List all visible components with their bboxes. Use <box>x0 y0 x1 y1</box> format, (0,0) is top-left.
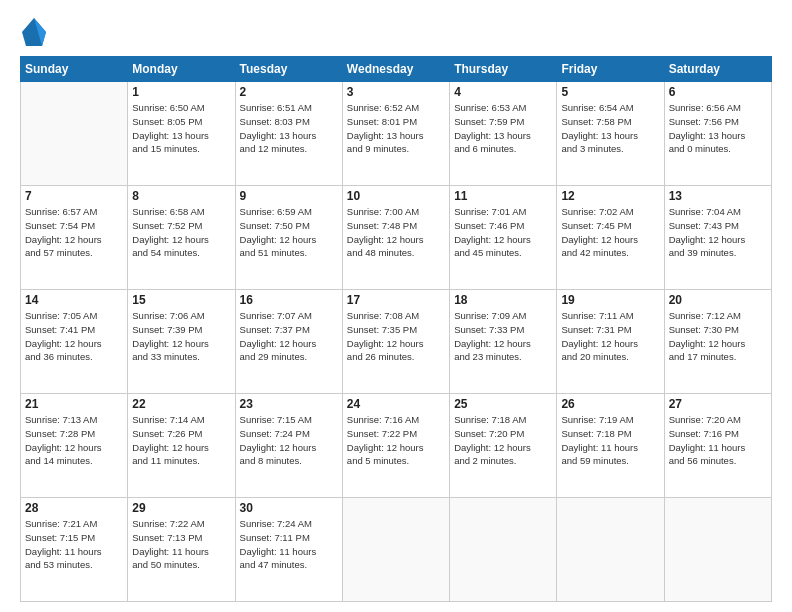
day-info: Sunrise: 6:52 AMSunset: 8:01 PMDaylight:… <box>347 101 445 156</box>
weekday-friday: Friday <box>557 57 664 82</box>
calendar-cell: 3Sunrise: 6:52 AMSunset: 8:01 PMDaylight… <box>342 82 449 186</box>
day-info: Sunrise: 7:24 AMSunset: 7:11 PMDaylight:… <box>240 517 338 572</box>
weekday-header-row: SundayMondayTuesdayWednesdayThursdayFrid… <box>21 57 772 82</box>
day-info: Sunrise: 7:02 AMSunset: 7:45 PMDaylight:… <box>561 205 659 260</box>
day-info: Sunrise: 7:06 AMSunset: 7:39 PMDaylight:… <box>132 309 230 364</box>
day-number: 8 <box>132 189 230 203</box>
calendar-cell <box>557 498 664 602</box>
calendar-cell: 18Sunrise: 7:09 AMSunset: 7:33 PMDayligh… <box>450 290 557 394</box>
calendar-cell: 4Sunrise: 6:53 AMSunset: 7:59 PMDaylight… <box>450 82 557 186</box>
logo <box>20 18 46 46</box>
day-number: 22 <box>132 397 230 411</box>
day-info: Sunrise: 7:08 AMSunset: 7:35 PMDaylight:… <box>347 309 445 364</box>
day-number: 19 <box>561 293 659 307</box>
day-number: 26 <box>561 397 659 411</box>
calendar-cell: 9Sunrise: 6:59 AMSunset: 7:50 PMDaylight… <box>235 186 342 290</box>
week-row-1: 7Sunrise: 6:57 AMSunset: 7:54 PMDaylight… <box>21 186 772 290</box>
calendar-cell: 24Sunrise: 7:16 AMSunset: 7:22 PMDayligh… <box>342 394 449 498</box>
day-number: 21 <box>25 397 123 411</box>
calendar-cell: 14Sunrise: 7:05 AMSunset: 7:41 PMDayligh… <box>21 290 128 394</box>
calendar-cell: 16Sunrise: 7:07 AMSunset: 7:37 PMDayligh… <box>235 290 342 394</box>
day-info: Sunrise: 7:20 AMSunset: 7:16 PMDaylight:… <box>669 413 767 468</box>
day-number: 27 <box>669 397 767 411</box>
calendar-cell: 20Sunrise: 7:12 AMSunset: 7:30 PMDayligh… <box>664 290 771 394</box>
day-info: Sunrise: 7:01 AMSunset: 7:46 PMDaylight:… <box>454 205 552 260</box>
calendar-cell: 11Sunrise: 7:01 AMSunset: 7:46 PMDayligh… <box>450 186 557 290</box>
weekday-wednesday: Wednesday <box>342 57 449 82</box>
calendar-cell: 15Sunrise: 7:06 AMSunset: 7:39 PMDayligh… <box>128 290 235 394</box>
day-number: 28 <box>25 501 123 515</box>
day-info: Sunrise: 6:53 AMSunset: 7:59 PMDaylight:… <box>454 101 552 156</box>
day-info: Sunrise: 7:04 AMSunset: 7:43 PMDaylight:… <box>669 205 767 260</box>
day-info: Sunrise: 6:57 AMSunset: 7:54 PMDaylight:… <box>25 205 123 260</box>
calendar-cell: 1Sunrise: 6:50 AMSunset: 8:05 PMDaylight… <box>128 82 235 186</box>
calendar-cell: 23Sunrise: 7:15 AMSunset: 7:24 PMDayligh… <box>235 394 342 498</box>
calendar-cell: 2Sunrise: 6:51 AMSunset: 8:03 PMDaylight… <box>235 82 342 186</box>
day-number: 20 <box>669 293 767 307</box>
calendar-cell: 17Sunrise: 7:08 AMSunset: 7:35 PMDayligh… <box>342 290 449 394</box>
calendar-cell: 22Sunrise: 7:14 AMSunset: 7:26 PMDayligh… <box>128 394 235 498</box>
calendar-cell <box>664 498 771 602</box>
day-number: 11 <box>454 189 552 203</box>
calendar-cell <box>21 82 128 186</box>
calendar-cell: 8Sunrise: 6:58 AMSunset: 7:52 PMDaylight… <box>128 186 235 290</box>
day-info: Sunrise: 6:59 AMSunset: 7:50 PMDaylight:… <box>240 205 338 260</box>
day-info: Sunrise: 7:13 AMSunset: 7:28 PMDaylight:… <box>25 413 123 468</box>
day-info: Sunrise: 7:00 AMSunset: 7:48 PMDaylight:… <box>347 205 445 260</box>
logo-icon <box>22 18 46 46</box>
calendar-cell: 6Sunrise: 6:56 AMSunset: 7:56 PMDaylight… <box>664 82 771 186</box>
calendar-cell: 28Sunrise: 7:21 AMSunset: 7:15 PMDayligh… <box>21 498 128 602</box>
calendar-cell <box>450 498 557 602</box>
day-number: 10 <box>347 189 445 203</box>
day-info: Sunrise: 7:07 AMSunset: 7:37 PMDaylight:… <box>240 309 338 364</box>
day-info: Sunrise: 6:50 AMSunset: 8:05 PMDaylight:… <box>132 101 230 156</box>
day-number: 12 <box>561 189 659 203</box>
day-number: 15 <box>132 293 230 307</box>
weekday-saturday: Saturday <box>664 57 771 82</box>
week-row-2: 14Sunrise: 7:05 AMSunset: 7:41 PMDayligh… <box>21 290 772 394</box>
calendar-cell: 27Sunrise: 7:20 AMSunset: 7:16 PMDayligh… <box>664 394 771 498</box>
week-row-0: 1Sunrise: 6:50 AMSunset: 8:05 PMDaylight… <box>21 82 772 186</box>
calendar-cell: 5Sunrise: 6:54 AMSunset: 7:58 PMDaylight… <box>557 82 664 186</box>
day-number: 6 <box>669 85 767 99</box>
calendar-cell: 29Sunrise: 7:22 AMSunset: 7:13 PMDayligh… <box>128 498 235 602</box>
week-row-3: 21Sunrise: 7:13 AMSunset: 7:28 PMDayligh… <box>21 394 772 498</box>
calendar-cell: 13Sunrise: 7:04 AMSunset: 7:43 PMDayligh… <box>664 186 771 290</box>
day-info: Sunrise: 7:22 AMSunset: 7:13 PMDaylight:… <box>132 517 230 572</box>
calendar-cell: 21Sunrise: 7:13 AMSunset: 7:28 PMDayligh… <box>21 394 128 498</box>
day-number: 18 <box>454 293 552 307</box>
calendar-cell: 19Sunrise: 7:11 AMSunset: 7:31 PMDayligh… <box>557 290 664 394</box>
calendar-cell <box>342 498 449 602</box>
day-info: Sunrise: 7:14 AMSunset: 7:26 PMDaylight:… <box>132 413 230 468</box>
day-number: 16 <box>240 293 338 307</box>
weekday-sunday: Sunday <box>21 57 128 82</box>
day-info: Sunrise: 6:54 AMSunset: 7:58 PMDaylight:… <box>561 101 659 156</box>
day-number: 9 <box>240 189 338 203</box>
day-info: Sunrise: 7:15 AMSunset: 7:24 PMDaylight:… <box>240 413 338 468</box>
calendar-cell: 26Sunrise: 7:19 AMSunset: 7:18 PMDayligh… <box>557 394 664 498</box>
weekday-thursday: Thursday <box>450 57 557 82</box>
day-number: 17 <box>347 293 445 307</box>
day-number: 23 <box>240 397 338 411</box>
day-info: Sunrise: 7:21 AMSunset: 7:15 PMDaylight:… <box>25 517 123 572</box>
day-info: Sunrise: 7:19 AMSunset: 7:18 PMDaylight:… <box>561 413 659 468</box>
day-number: 14 <box>25 293 123 307</box>
day-info: Sunrise: 7:09 AMSunset: 7:33 PMDaylight:… <box>454 309 552 364</box>
day-info: Sunrise: 7:05 AMSunset: 7:41 PMDaylight:… <box>25 309 123 364</box>
day-number: 25 <box>454 397 552 411</box>
day-number: 7 <box>25 189 123 203</box>
day-number: 4 <box>454 85 552 99</box>
day-number: 29 <box>132 501 230 515</box>
day-info: Sunrise: 7:12 AMSunset: 7:30 PMDaylight:… <box>669 309 767 364</box>
calendar-cell: 25Sunrise: 7:18 AMSunset: 7:20 PMDayligh… <box>450 394 557 498</box>
day-info: Sunrise: 6:51 AMSunset: 8:03 PMDaylight:… <box>240 101 338 156</box>
calendar-cell: 30Sunrise: 7:24 AMSunset: 7:11 PMDayligh… <box>235 498 342 602</box>
day-number: 5 <box>561 85 659 99</box>
day-number: 1 <box>132 85 230 99</box>
weekday-tuesday: Tuesday <box>235 57 342 82</box>
header <box>20 18 772 46</box>
day-number: 30 <box>240 501 338 515</box>
day-number: 13 <box>669 189 767 203</box>
day-info: Sunrise: 7:16 AMSunset: 7:22 PMDaylight:… <box>347 413 445 468</box>
page: SundayMondayTuesdayWednesdayThursdayFrid… <box>0 0 792 612</box>
